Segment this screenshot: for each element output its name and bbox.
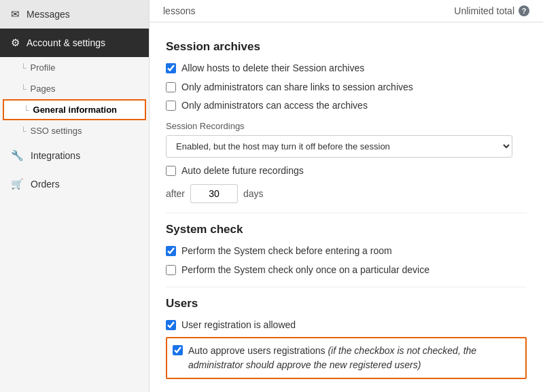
sidebar-item-account-settings[interactable]: ⚙ Account & settings: [0, 29, 149, 57]
days-label: days: [243, 188, 264, 199]
label-admins-access: Only administrators can access the archi…: [181, 99, 368, 113]
system-check-section: System check Perform the System check be…: [166, 223, 527, 277]
label-perform-before-room: Perform the System check before entering…: [181, 245, 392, 258]
checkbox-auto-approve-registrations[interactable]: [173, 345, 183, 355]
sidebar-item-label: Integrations: [31, 150, 80, 161]
checkbox-user-registration-allowed[interactable]: [166, 320, 176, 330]
top-bar-unlimited: Unlimited total ?: [454, 5, 529, 16]
sidebar-item-pages[interactable]: Pages: [0, 78, 149, 99]
sidebar-item-messages[interactable]: ✉ Messages: [0, 0, 149, 29]
recordings-select[interactable]: Enabled, but the host may turn it off be…: [166, 135, 512, 158]
integrations-icon: 🔧: [11, 149, 24, 162]
checkbox-admins-access[interactable]: [166, 101, 176, 111]
sidebar-sub-label: General information: [33, 105, 118, 115]
sidebar-sub-label: Pages: [31, 84, 56, 94]
main-content: lessons Unlimited total ? Session archiv…: [150, 0, 543, 392]
info-icon[interactable]: ?: [519, 5, 529, 16]
settings-icon: ⚙: [11, 37, 20, 49]
after-label: after: [166, 188, 185, 199]
label-auto-approve: Auto approve users registrations (if the…: [188, 344, 520, 372]
check-row-admins-access: Only administrators can access the archi…: [166, 99, 527, 113]
sidebar-item-orders[interactable]: 🛒 Orders: [0, 170, 149, 198]
days-row: after days: [166, 184, 527, 203]
recordings-label: Session Recordings: [166, 121, 527, 131]
divider-2: [166, 287, 527, 287]
check-row-allow-hosts: Allow hosts to delete their Session arch…: [166, 62, 527, 75]
checkbox-admins-share-links[interactable]: [166, 82, 176, 92]
sidebar-item-integrations[interactable]: 🔧 Integrations: [0, 141, 149, 170]
sidebar-item-label: Messages: [27, 9, 70, 20]
system-check-title: System check: [166, 223, 527, 236]
top-bar-lessons: lessons: [163, 5, 454, 16]
checkbox-perform-before-room[interactable]: [166, 246, 176, 256]
label-auto-delete: Auto delete future recordings: [181, 164, 304, 178]
checkbox-auto-delete[interactable]: [166, 166, 176, 176]
divider-1: [166, 213, 527, 213]
users-section: Users User registration is allowed Auto …: [166, 297, 527, 380]
check-row-perform-before: Perform the System check before entering…: [166, 245, 527, 258]
users-title: Users: [166, 297, 527, 310]
sidebar-item-sso-settings[interactable]: SSO settings: [0, 120, 149, 141]
checkbox-perform-once-device[interactable]: [166, 265, 176, 275]
check-row-user-registration: User registration is allowed: [166, 319, 527, 332]
session-archives-title: Session archives: [166, 40, 527, 54]
label-admins-share-links: Only administrators can share links to s…: [181, 81, 413, 94]
sidebar-sub-label: Profile: [31, 63, 56, 73]
top-bar: lessons Unlimited total ?: [150, 0, 543, 22]
check-row-perform-once: Perform the System check only once on a …: [166, 264, 527, 277]
session-archives-section: Session archives Allow hosts to delete t…: [166, 40, 527, 203]
sidebar-item-label: Orders: [31, 179, 60, 190]
sidebar-item-general-information[interactable]: General information: [3, 99, 146, 120]
sidebar: ✉ Messages ⚙ Account & settings Profile …: [0, 0, 150, 392]
sidebar-item-label: Account & settings: [27, 37, 105, 48]
sidebar-sub-label: SSO settings: [31, 126, 82, 136]
label-allow-hosts-delete: Allow hosts to delete their Session arch…: [181, 62, 364, 75]
check-row-admins-share: Only administrators can share links to s…: [166, 81, 527, 94]
label-user-registration-allowed: User registration is allowed: [181, 319, 296, 332]
label-perform-once-device: Perform the System check only once on a …: [181, 264, 430, 277]
highlighted-auto-approve-row: Auto approve users registrations (if the…: [166, 337, 527, 379]
messages-icon: ✉: [11, 8, 20, 20]
check-row-auto-delete: Auto delete future recordings: [166, 164, 527, 178]
sidebar-item-profile[interactable]: Profile: [0, 57, 149, 78]
checkbox-allow-hosts-delete[interactable]: [166, 63, 176, 73]
orders-icon: 🛒: [11, 178, 24, 190]
settings-content: Session archives Allow hosts to delete t…: [150, 22, 543, 392]
days-input[interactable]: [190, 184, 238, 203]
